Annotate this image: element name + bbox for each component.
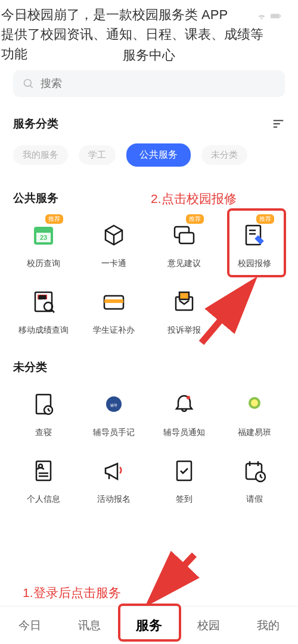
service-label: 意见建议 (167, 258, 201, 269)
idcard-icon (101, 289, 127, 315)
svg-line-44 (260, 477, 262, 478)
service-profile[interactable]: 个人信息 (13, 455, 74, 505)
service-label: 学生证补办 (93, 325, 135, 336)
annotation-step2: 2.点击校园报修 (151, 190, 237, 207)
doc-clock-icon (30, 391, 57, 417)
service-label: 活动报名 (97, 494, 131, 505)
service-label: 校园报修 (238, 258, 271, 269)
megaphone-icon (101, 458, 127, 484)
arrow-to-repair (195, 277, 261, 349)
overlay-article-text: 今日校园崩了，是一款校园服务类 APP 提供了校园资讯、通知、日程、课表、成绩等… (0, 5, 298, 64)
badge-icon: 辅导 (105, 395, 123, 413)
cube-icon (101, 222, 127, 248)
service-activity[interactable]: 活动报名 (83, 455, 144, 505)
service-label: 辅导员手记 (93, 427, 135, 438)
svg-text:辅导: 辅导 (110, 404, 117, 407)
edit-doc-icon (241, 222, 268, 248)
svg-text:23: 23 (40, 234, 47, 241)
svg-rect-23 (179, 292, 189, 299)
svg-rect-38 (177, 461, 191, 480)
search-input[interactable] (41, 77, 275, 90)
check-doc-icon (171, 458, 197, 484)
bell-icon (171, 391, 197, 417)
service-suggest[interactable]: 推荐 意见建议 (154, 219, 215, 269)
service-notes[interactable]: 辅导 辅导员手记 (83, 388, 144, 438)
score-icon: 100 (30, 289, 57, 315)
service-idcard[interactable]: 学生证补办 (83, 286, 144, 336)
chip-uncategorized[interactable]: 未分类 (201, 145, 247, 165)
service-label: 一卡通 (101, 258, 126, 269)
service-notify[interactable]: 辅导员通知 (154, 388, 215, 438)
service-label: 查寝 (35, 427, 52, 438)
service-label: 移动成绩查询 (18, 325, 69, 336)
recommend-badge: 推荐 (186, 214, 204, 224)
service-label: 辅导员通知 (163, 427, 205, 438)
profile-doc-icon (30, 458, 57, 484)
nav-campus[interactable]: 校园 (179, 607, 238, 644)
uncategorized-title: 未分类 (13, 359, 285, 375)
service-card[interactable]: 一卡通 (83, 219, 144, 269)
yiban-icon (245, 395, 264, 414)
service-calendar[interactable]: 推荐 23 校历查询 (13, 219, 74, 269)
service-yiban[interactable]: 福建易班 (224, 388, 285, 438)
search-box[interactable] (13, 70, 285, 97)
svg-text:100: 100 (39, 295, 46, 299)
svg-line-48 (154, 555, 194, 598)
arrow-to-services (147, 549, 200, 605)
service-leave[interactable]: 请假 (224, 455, 285, 505)
recommend-badge: 推荐 (256, 214, 274, 224)
uncategorized-grid: 查寝 辅导 辅导员手记 辅导员通知 福建易班 个人信息 活动报名 签到 请假 (13, 388, 285, 505)
svg-line-46 (201, 286, 249, 343)
category-title: 服务分类 (13, 116, 58, 132)
public-services-title: 公共服务 (13, 190, 285, 206)
svg-line-27 (48, 410, 50, 411)
svg-point-2 (24, 79, 32, 86)
filter-icon[interactable] (272, 117, 285, 130)
svg-rect-21 (104, 299, 123, 303)
svg-point-30 (187, 396, 190, 399)
service-label: 请假 (246, 494, 263, 505)
service-category-header: 服务分类 (13, 116, 285, 132)
chip-my-services[interactable]: 我的服务 (13, 145, 68, 165)
svg-point-32 (251, 399, 258, 407)
chip-student-affairs[interactable]: 学工 (79, 145, 116, 165)
service-repair[interactable]: 推荐 校园报修 (224, 219, 285, 269)
nav-today[interactable]: 今日 (0, 607, 60, 644)
calendar-icon: 23 (30, 222, 57, 248)
annotation-step1: 1.登录后点击服务 (23, 584, 121, 601)
service-label: 福建易班 (238, 427, 271, 438)
svg-rect-33 (36, 461, 51, 480)
service-label: 个人信息 (27, 494, 60, 505)
mailbox-icon (171, 289, 197, 315)
service-label: 校历查询 (27, 258, 60, 269)
service-dorm[interactable]: 查寝 (13, 388, 74, 438)
svg-rect-11 (179, 233, 194, 243)
nav-messages[interactable]: 讯息 (60, 607, 119, 644)
service-score[interactable]: 100 移动成绩查询 (13, 286, 74, 336)
chat-icon (171, 222, 197, 248)
chip-public-services[interactable]: 公共服务 (126, 143, 191, 167)
calendar-clock-icon (241, 458, 268, 484)
recommend-badge: 推荐 (45, 214, 63, 224)
svg-line-3 (30, 85, 33, 87)
category-chips: 我的服务 学工 公共服务 未分类 (13, 143, 285, 167)
service-label: 签到 (176, 494, 193, 505)
service-checkin[interactable]: 签到 (154, 455, 215, 505)
nav-services[interactable]: 服务 (119, 607, 179, 644)
svg-line-19 (51, 310, 54, 312)
nav-mine[interactable]: 我的 (238, 607, 298, 644)
bottom-nav: 今日 讯息 服务 校园 我的 (0, 606, 298, 644)
search-icon (23, 78, 35, 90)
